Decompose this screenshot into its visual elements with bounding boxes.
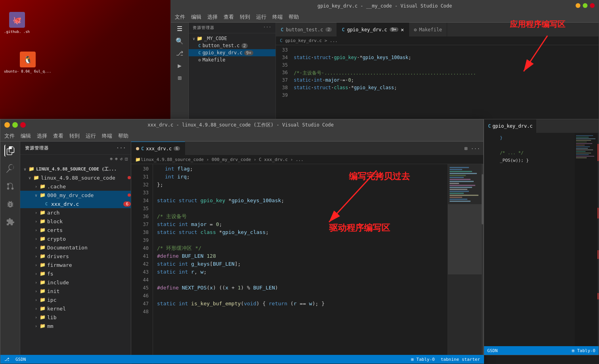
modified-dot	[128, 176, 131, 179]
bg-sidebar: 资源管理器 ··· ∨ 📁 _MY_CODE C button_test.c 2…	[189, 23, 276, 119]
tree-item-mm[interactable]: › 📁 mm	[20, 322, 131, 330]
right-minimap	[575, 133, 599, 346]
tree-item-fs[interactable]: › 📁 fs	[20, 269, 131, 278]
tree-item-crypto[interactable]: › 📁 crypto	[20, 234, 131, 243]
tree-root[interactable]: ∨ 📁 LINUX_4.9.88_SOURCE_CODE (工...	[20, 165, 131, 173]
tree-item-ipc[interactable]: › 📁 ipc	[20, 295, 131, 304]
editor-code-content[interactable]: int flag; int irq; }; static struct gpio…	[153, 164, 448, 364]
activity-search[interactable]	[4, 163, 16, 174]
tab-xxx-drv[interactable]: C xxx_drv.c 6	[131, 142, 185, 155]
tree-item-documentation[interactable]: › 📁 Documentation	[20, 243, 131, 252]
minimize-button[interactable]	[4, 122, 10, 128]
tree-item-drv-code[interactable]: ∨ 📁 000_my_drv_code	[20, 191, 131, 199]
desktop-icon-ubuntu: 🐧 ubuntu- 8.04_ 6ul_q...	[4, 52, 51, 73]
bg-breadcrumb: C gpio_key_drv.c > ...	[276, 36, 599, 45]
bg-file-tree: ∨ 📁 _MY_CODE C button_test.c 2 C gpio_ke…	[189, 33, 276, 65]
main-window-title: xxx_drv.c - linux_4.9.88_source_code (工作…	[26, 122, 455, 128]
editor-line-numbers: 30 31 32 33 34 35 36 37 38 39 40 41 42 4…	[131, 164, 153, 364]
editor-body: 30 31 32 33 34 35 36 37 38 39 40 41 42 4…	[131, 164, 483, 364]
editor-tabs[interactable]: C xxx_drv.c 6 ⊞ ···	[131, 142, 483, 155]
editor-breadcrumb: 📁 linux_4.9.88_source_code › 000_my_drv_…	[131, 155, 483, 164]
bg-activity-bar: ☰ 🔍 ⎇ ▶ ⊞	[171, 23, 189, 119]
tree-item-firmware[interactable]: › 📁 firmware	[20, 261, 131, 269]
bg-titlebar: gpio_key_drv.c - __my_code - Visual Stud…	[171, 0, 599, 11]
desktop-icon-github: 🐙 .github. .sh	[4, 12, 30, 34]
sidebar-file-tree: ∨ 📁 LINUX_4.9.88_SOURCE_CODE (工... ∨ 📁 l…	[20, 163, 131, 364]
svg-point-2	[11, 188, 13, 190]
svg-point-4	[7, 188, 9, 190]
main-editor-area: C xxx_drv.c 6 ⊞ ··· 📁 linux_4.9.88_sourc…	[131, 142, 483, 364]
annotation-app-area: 应用程序编写区	[510, 19, 565, 30]
main-content-area: 资源管理器 ··· ⊕ ⊕ ↺ ◫ ∨ 📁 LINUX_	[0, 142, 483, 364]
tab-modified-dot	[136, 147, 139, 150]
annotation-copy: 编写完拷贝过去	[349, 171, 410, 182]
right-status-bar: GSDN ⊞ Tably-0	[484, 346, 599, 355]
right-panel: C gpio_key_drv.c } /* ... */ _POS(w)); }	[484, 119, 599, 355]
desktop-background: 🐙 .github. .sh 🐧 ubuntu- 8.04_ 6ul_q...	[0, 0, 170, 119]
activity-bar	[0, 142, 20, 364]
main-menubar[interactable]: 文件 编辑 选择 查看 转到 运行 终端 帮助	[0, 130, 483, 142]
tree-item-init[interactable]: › 📁 init	[20, 287, 131, 295]
tree-item-kernel[interactable]: › 📁 kernel	[20, 304, 131, 313]
tree-item-xxx-drv[interactable]: C xxx_drv.c 6	[20, 199, 131, 208]
bg-code-area: 33 34static·struct·gpio_key·*gpio_keys_1…	[276, 45, 599, 119]
sidebar-header: 资源管理器 ···	[20, 142, 131, 155]
tree-item-include[interactable]: › 📁 include	[20, 278, 131, 287]
tree-item-cache[interactable]: › 📁 .cache	[20, 182, 131, 191]
activity-debug[interactable]	[4, 198, 16, 210]
sidebar: 资源管理器 ··· ⊕ ⊕ ↺ ◫ ∨ 📁 LINUX_	[20, 142, 131, 364]
svg-point-3	[7, 183, 9, 186]
activity-git[interactable]	[4, 180, 16, 192]
tree-item-lib[interactable]: › 📁 lib	[20, 313, 131, 322]
status-bar: ⎇ GSDN ⊞ Tably-0 tabnine starter	[0, 355, 484, 364]
annotation-driver-area: 驱动程序编写区	[329, 222, 390, 234]
close-button[interactable]	[20, 122, 26, 128]
activity-explorer[interactable]	[4, 145, 16, 157]
maximize-button[interactable]	[12, 122, 18, 128]
main-vscode-window: xxx_drv.c - linux_4.9.88_source_code (工作…	[0, 119, 484, 364]
tree-item-block[interactable]: › 📁 block	[20, 217, 131, 226]
tree-item-linux-source[interactable]: ∨ 📁 linux_4.9.88_source_code	[20, 173, 131, 182]
tree-item-arch[interactable]: › 📁 arch	[20, 208, 131, 217]
tree-item-drivers[interactable]: › 📁 drivers	[20, 252, 131, 261]
right-tabs: C gpio_key_drv.c	[484, 119, 599, 133]
main-titlebar: xxx_drv.c - linux_4.9.88_source_code (工作…	[0, 119, 483, 130]
bg-editor: C button_test.c 2 C gpio_key_drv.c 9+ × …	[276, 23, 599, 119]
editor-minimap	[448, 164, 483, 364]
tree-item-certs[interactable]: › 📁 certs	[20, 226, 131, 234]
background-vscode-window: gpio_key_drv.c - __my_code - Visual Stud…	[170, 0, 599, 119]
activity-extensions[interactable]	[4, 216, 16, 228]
